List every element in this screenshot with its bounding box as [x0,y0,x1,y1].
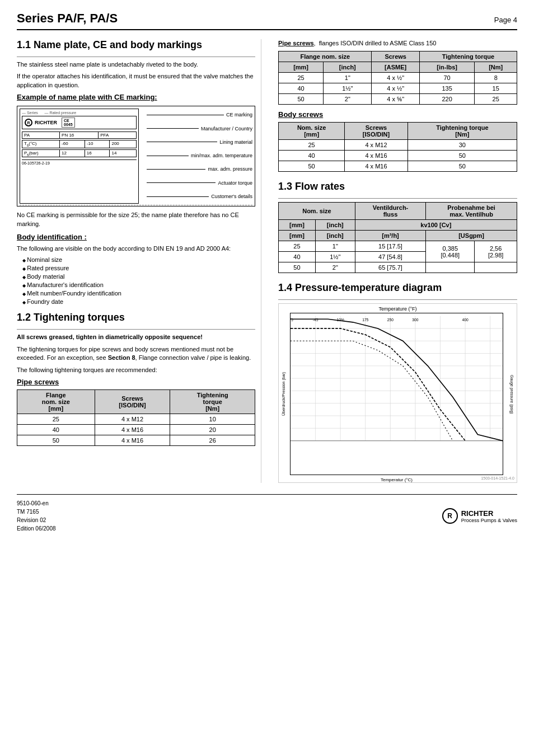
svg-text:-45: -45 [313,318,318,322]
richter-logo: R RICHTER CE0045 [22,116,137,129]
table-row: 50 2" 4 x ⅝" 220 25 [279,94,517,105]
footer-revision: Revision 02 [17,516,56,524]
anno-customer: Customer's details [144,194,252,199]
section-12-title: 1.2 Tightening torques [17,312,255,323]
th-screws-isodim: Screws[ISO/DIN] [345,123,408,140]
td-26: 26 [170,435,255,445]
bullet-nominal: Nominal size [22,256,255,263]
table-row: 25 1" 15 [17.5] 0,385[0.448] 2,56[2.98] [279,241,517,252]
th-inch: [inch] [324,62,372,73]
section-14: 1.4 Pressure-temperature diagram Tempera… [278,282,517,483]
y-axis-right-label: Gauge pressure (psig) [503,313,514,475]
th-screws: Screws[ISO/DIN] [95,389,170,414]
body-screws-table: Nom. size[mm] Screws[ISO/DIN] Tightening… [278,122,517,172]
section-14-title: 1.4 Pressure-temperature diagram [278,282,517,294]
footer-edition: Edition 06/2008 [17,524,56,533]
anno-mfr: Manufacturer / Country [144,126,252,132]
np-row-pressure: Ps(bar) 12 16 14 [22,149,137,158]
table-row: 50 4 x M16 50 [279,161,517,172]
bullet-foundry: Foundry date [22,298,255,305]
th-nom-size-fr: Nom. size [279,203,355,220]
section-11-para2: If the operator attaches his identificat… [17,72,255,90]
section-12-bold-note: All screws greased, tighten in diametric… [17,333,255,341]
richter-footer-brand: R RICHTER Process Pumps & Valves [442,508,517,524]
diagram-temp-label-bottom: Temperatur (°C) [290,477,503,482]
footer-tm: TM 7165 [17,508,56,516]
th-mm-fr2: [mm] [279,231,316,241]
td-10: 10 [170,414,255,424]
section-11-no-ce: No CE marking is permissible for the siz… [17,211,255,228]
section-11-header: 1.1 Name plate, CE and body markings [17,39,255,57]
table-row: 50 4 x M16 26 [17,435,255,445]
bullet-melt: Melt number/Foundry identification [22,290,255,297]
svg-text:400: 400 [462,318,469,322]
th-tightening-torque: Tightening torque [419,51,517,62]
page-number: Page 4 [494,16,517,24]
table-row: 25 4 x M12 10 [17,414,255,424]
section-11-para1: The stainless steel name plate is undeta… [17,60,255,69]
th-nom-size-mm: Nom. size[mm] [279,123,345,140]
table-row: 50 2" 65 [75.7] [279,262,517,273]
bullet-mfr-id: Manufacturer's identification [22,281,255,288]
section-11-title: 1.1 Name plate, CE and body markings [17,39,255,51]
anno-temp: min/max. adm. temperature [144,153,252,158]
body-id-text: The following are visible on the body ac… [17,245,255,253]
nameplate-illustration: — Series — Rated pressure R RICHTER CE00… [17,106,255,206]
section-12-para1: The tightening torques for pipe screws a… [17,345,255,363]
richter-brand-text: RICHTER Process Pumps & Valves [461,509,517,523]
body-screws-label: Body screws [278,110,517,119]
anno-lining: Lining material [144,139,252,145]
anno-actuator: Actuator torque [144,180,252,186]
th-screws-asme: Screws [372,51,419,62]
diagram-temp-label-top: Temperature (°F) [281,306,514,312]
th-tightening-nm: Tightening torque[Nm] [407,123,517,140]
table-row: 40 4 x M16 20 [17,424,255,435]
th-flange-nom-size: Flange nom. size [279,51,372,62]
th-nm: [Nm] [475,62,517,73]
th-asme: [ASME] [372,62,419,73]
th-inch-fr: [inch] [315,220,355,231]
body-id-list: Nominal size Rated pressure Body materia… [17,256,255,305]
nameplate-example-label: Example of name plate with CE marking: [17,93,255,101]
page-header: Series PA/F, PA/S Page 4 [17,11,517,30]
th-ventildurch: Ventildurch-fluss [355,203,425,220]
th-inlbs: [in-lbs] [419,62,475,73]
body-id-label: Body identification : [17,233,255,241]
th-mm: [mm] [279,62,324,73]
pipe-screws-label: Pipe screws [17,378,255,386]
r-circle-icon: R [25,119,32,126]
th-torque: Tighteningtorque[Nm] [170,389,255,414]
table-row: 40 1½" 4 x ½" 135 15 [279,83,517,94]
td-50: 50 [17,435,95,445]
right-column: Pipe screws, flanges ISO/DIN drilled to … [273,39,517,483]
footer-left: 9510-060-en TM 7165 Revision 02 Edition … [17,499,56,533]
left-column: 1.1 Name plate, CE and body markings The… [17,39,261,483]
svg-text:250: 250 [387,318,394,322]
table-row: 40 4 x M16 50 [279,151,517,161]
pipe-screws-intro: Pipe screws, flanges ISO/DIN drilled to … [278,39,517,48]
th-inch-fr2: [inch] [315,231,355,241]
pt-diagram-svg: -75 -45 10% 175 250 300 400 10 9 8 [290,313,503,475]
svg-text:175: 175 [362,318,368,322]
pipe-screws-table: Flangenom. size[mm] Screws[ISO/DIN] Tigh… [17,389,255,446]
y-axis-left-label: Überdruck/Pression (bar) [281,313,290,475]
table-row: 25 4 x M12 30 [279,140,517,151]
pipe-screws-asme-table: Flange nom. size Screws Tightening torqu… [278,51,517,105]
table-row: 25 1" 4 x ½" 70 8 [279,73,517,83]
bullet-rated: Rated pressure [22,265,255,271]
section-13: 1.3 Flow rates Nom. size Ventildurch-flu… [278,181,517,273]
svg-text:300: 300 [412,318,418,322]
section-13-title: 1.3 Flow rates [278,181,517,192]
bullet-material: Body material [22,273,255,280]
td-4m16-20: 4 x M16 [95,424,170,435]
th-probenahme: Probenahme beimax. Ventilhub [426,203,517,220]
td-4m12: 4 x M12 [95,414,170,424]
flow-rates-table: Nom. size Ventildurch-fluss Probenahme b… [278,202,517,273]
page-title: Series PA/F, PA/S [17,11,118,26]
footer-doc-num: 9510-060-en [17,499,56,508]
section-12-header: 1.2 Tightening torques [17,312,255,330]
section-14-header: 1.4 Pressure-temperature diagram [278,282,517,300]
th-usgpm: [USgpm] [426,231,517,241]
section-13-header: 1.3 Flow rates [278,181,517,199]
svg-text:10%: 10% [336,318,344,322]
